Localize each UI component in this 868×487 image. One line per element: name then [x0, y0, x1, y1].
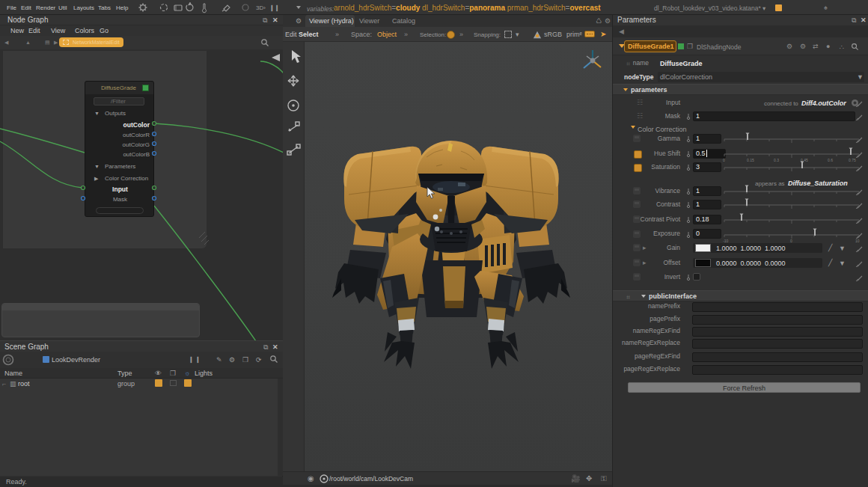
svg-text:❙❙: ❙❙: [269, 4, 279, 12]
svg-text:0.75: 0.75: [849, 158, 856, 162]
svg-text:0: 0: [790, 239, 792, 243]
svg-text:0.3: 0.3: [774, 158, 779, 162]
svg-text:3D›: 3D›: [256, 4, 266, 11]
svg-text:0.15: 0.15: [747, 158, 754, 162]
svg-text:0: 0: [723, 158, 725, 162]
svg-text:0.6: 0.6: [828, 158, 833, 162]
svg-text:10: 10: [855, 239, 860, 243]
svg-text:-10: -10: [723, 239, 728, 243]
